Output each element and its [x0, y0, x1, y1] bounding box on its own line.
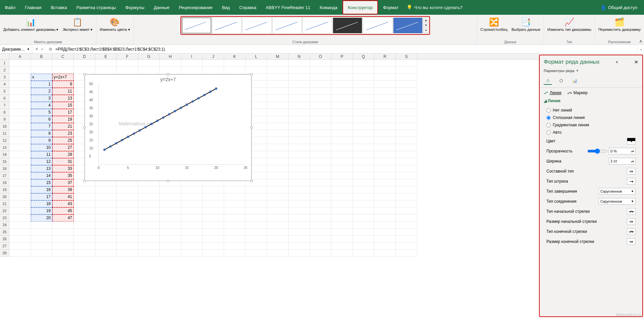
- transparency-input[interactable]: 0 %▴▾: [609, 148, 636, 154]
- cell[interactable]: [9, 172, 31, 179]
- cell[interactable]: [396, 236, 417, 243]
- cell[interactable]: [203, 200, 224, 207]
- cell[interactable]: [267, 151, 288, 158]
- cell[interactable]: [353, 88, 374, 95]
- cell[interactable]: 4: [31, 102, 52, 109]
- cell[interactable]: [288, 200, 310, 207]
- cell[interactable]: [331, 151, 353, 158]
- cell[interactable]: [288, 151, 310, 158]
- cell[interactable]: [396, 172, 417, 179]
- cell[interactable]: [9, 158, 31, 165]
- cell[interactable]: [181, 214, 203, 221]
- cell[interactable]: 27: [52, 144, 74, 151]
- cell[interactable]: [288, 109, 310, 116]
- cell[interactable]: [95, 221, 117, 229]
- cell[interactable]: [310, 123, 331, 130]
- compound-type-picker[interactable]: ≡▾: [627, 168, 636, 175]
- cell[interactable]: [374, 74, 396, 81]
- worksheet[interactable]: ABCDEFGHIJKLMNOPQRS 123xy=2x+74195211631…: [0, 54, 539, 318]
- cell[interactable]: [353, 74, 374, 81]
- cell[interactable]: [353, 81, 374, 88]
- cell[interactable]: [310, 130, 331, 137]
- cell[interactable]: [353, 229, 374, 236]
- cell[interactable]: [74, 186, 95, 193]
- cell[interactable]: [288, 214, 310, 221]
- cell[interactable]: [160, 193, 181, 200]
- cell[interactable]: [396, 144, 417, 151]
- cell[interactable]: [138, 229, 160, 236]
- resize-handle[interactable]: [83, 73, 86, 76]
- row-header[interactable]: 27: [0, 243, 9, 250]
- quick-layout-button[interactable]: 📋 Экспресс-макет ▾: [61, 16, 94, 33]
- cell[interactable]: [117, 236, 138, 243]
- row-header[interactable]: 25: [0, 229, 9, 236]
- cell[interactable]: [181, 229, 203, 236]
- cell[interactable]: [374, 116, 396, 123]
- col-header-B[interactable]: B: [31, 54, 52, 59]
- cell[interactable]: [203, 229, 224, 236]
- cell[interactable]: [203, 67, 224, 74]
- cell[interactable]: [288, 229, 310, 236]
- cell[interactable]: [31, 60, 52, 67]
- cell[interactable]: [74, 214, 95, 221]
- chart-style-3[interactable]: [242, 17, 272, 34]
- cell[interactable]: [267, 144, 288, 151]
- cell[interactable]: [353, 102, 374, 109]
- cell[interactable]: [9, 88, 31, 95]
- cell[interactable]: [224, 221, 246, 229]
- row-header[interactable]: 3: [0, 74, 9, 81]
- cell[interactable]: [52, 229, 74, 236]
- cell[interactable]: [353, 109, 374, 116]
- cell[interactable]: [9, 60, 31, 67]
- color-picker[interactable]: ▾: [627, 138, 636, 144]
- cell[interactable]: [310, 81, 331, 88]
- cell[interactable]: [224, 186, 246, 193]
- cell[interactable]: [246, 214, 267, 221]
- cell[interactable]: [396, 116, 417, 123]
- cell[interactable]: [74, 221, 95, 229]
- pane-options-icon[interactable]: ▼: [615, 60, 619, 64]
- row-header[interactable]: 21: [0, 200, 9, 207]
- cell[interactable]: [310, 193, 331, 200]
- arrow-end-size-picker[interactable]: ≡▾: [627, 238, 636, 245]
- cell[interactable]: [353, 95, 374, 102]
- cell[interactable]: [267, 109, 288, 116]
- cell[interactable]: [52, 221, 74, 229]
- cell[interactable]: [396, 165, 417, 172]
- cell[interactable]: [74, 60, 95, 67]
- cell[interactable]: [288, 158, 310, 165]
- cell[interactable]: 9: [52, 81, 74, 88]
- cell[interactable]: [331, 67, 353, 74]
- cell[interactable]: [353, 221, 374, 229]
- cell[interactable]: [288, 221, 310, 229]
- cell[interactable]: [353, 193, 374, 200]
- cell[interactable]: [396, 158, 417, 165]
- cell[interactable]: [95, 193, 117, 200]
- cell[interactable]: [331, 102, 353, 109]
- cell[interactable]: [95, 60, 117, 67]
- cell[interactable]: [117, 229, 138, 236]
- cell[interactable]: 41: [52, 193, 74, 200]
- cell[interactable]: [331, 229, 353, 236]
- cell[interactable]: [246, 243, 267, 250]
- cell[interactable]: [331, 200, 353, 207]
- cell[interactable]: [310, 172, 331, 179]
- cell[interactable]: [396, 207, 417, 214]
- cell[interactable]: [138, 236, 160, 243]
- cap-type-select[interactable]: Скругленное▼: [599, 188, 636, 195]
- cell[interactable]: [246, 250, 267, 257]
- cell[interactable]: [181, 67, 203, 74]
- row-header[interactable]: 6: [0, 95, 9, 102]
- cell[interactable]: [138, 207, 160, 214]
- close-pane-icon[interactable]: ✕: [634, 59, 638, 65]
- cell[interactable]: [267, 102, 288, 109]
- cell[interactable]: [138, 67, 160, 74]
- row-header[interactable]: 2: [0, 67, 9, 74]
- chart-series[interactable]: [99, 84, 246, 164]
- cell[interactable]: [288, 60, 310, 67]
- cell[interactable]: [9, 144, 31, 151]
- cell[interactable]: [31, 236, 52, 243]
- row-header[interactable]: 17: [0, 172, 9, 179]
- cell[interactable]: [331, 116, 353, 123]
- cell[interactable]: [224, 200, 246, 207]
